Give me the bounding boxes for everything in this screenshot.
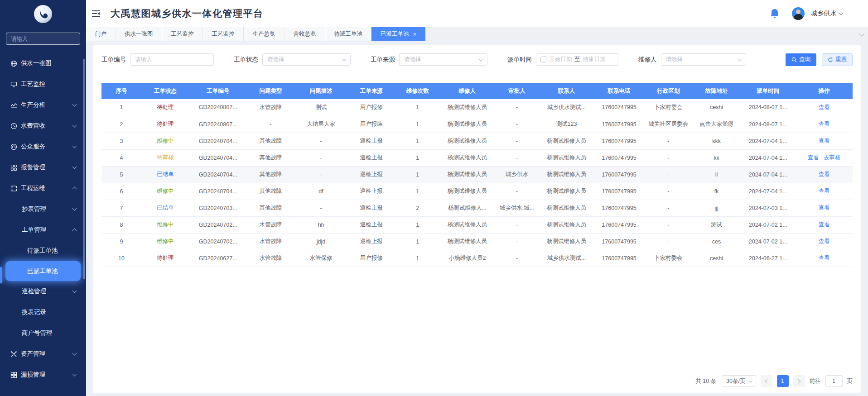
content-card: 工单编号 工单状态 请选择 工单来源 请选择 派单时间 [93, 45, 861, 393]
view-link[interactable]: 查看 [818, 205, 829, 211]
sidebar-item-报警管理[interactable]: 报警管理 [0, 157, 86, 178]
source-label: 工单来源 [371, 56, 395, 64]
top-header: 大禹慧图城乡供水一体化管理平台 城乡供水 [86, 0, 868, 27]
table-cell: 2024-07-04 1... [741, 133, 796, 149]
column-header-故障地址: 故障地址 [692, 83, 740, 99]
table-row: 9维修中GD20240702...水管故障jdjd巡检上报1杨测试维修人员-杨测… [101, 233, 853, 250]
table-cell: GD20240703... [189, 200, 246, 216]
column-header-联系人: 联系人 [539, 83, 594, 99]
user-menu[interactable]: 城乡供水 [811, 10, 843, 18]
sidebar-item-label: 公众服务 [21, 143, 45, 151]
table-cell: 大结局大家 [295, 116, 347, 133]
tab-bar: 门户供水一张图工艺监控工艺监控生产总览营收总览待派工单池已派工单池× [86, 27, 868, 41]
tab-门户[interactable]: 门户 [86, 27, 116, 41]
view-link[interactable]: 查看 [818, 121, 829, 127]
review-link[interactable]: 去审核 [824, 154, 841, 161]
table-cell: 巡检上报 [347, 133, 395, 149]
chevron-down-icon [479, 57, 483, 61]
calendar-icon [540, 57, 546, 62]
goto-page-input[interactable] [825, 375, 843, 387]
tab-待派工单池[interactable]: 待派工单池 [325, 27, 372, 41]
table-cell: 待审核 [141, 149, 189, 166]
order-no-label: 工单编号 [101, 56, 126, 64]
sidebar-item-公众服务[interactable]: 公众服务 [0, 136, 86, 157]
table-cell: 水管故障 [246, 99, 294, 116]
tab-工艺监控[interactable]: 工艺监控 [162, 27, 203, 41]
table-cell: - [295, 200, 347, 216]
table-cell: - [495, 216, 539, 233]
table-cell: 用户报装 [347, 116, 395, 133]
next-page-button[interactable] [793, 375, 805, 387]
tab-close-icon[interactable]: × [413, 31, 417, 37]
reset-button[interactable]: 重置 [822, 53, 853, 66]
sidebar-item-label: 已派工单池 [27, 267, 58, 275]
table-cell: 城乡供水测试... [539, 250, 594, 267]
tab-供水一张图[interactable]: 供水一张图 [116, 27, 162, 41]
user-avatar[interactable] [792, 7, 805, 20]
sidebar-item-水费营收[interactable]: 水费营收 [0, 115, 86, 136]
source-select[interactable]: 请选择 [399, 53, 487, 66]
tab-生产总览[interactable]: 生产总览 [244, 27, 285, 41]
sidebar-item-换表记录[interactable]: 换表记录 [0, 302, 86, 323]
sidebar-item-待派工单池[interactable]: 待派工单池 [0, 240, 86, 261]
page-size-value: 30条/页 [726, 377, 745, 385]
page-size-select[interactable]: 30条/页 [722, 375, 756, 387]
view-link[interactable]: 查看 [818, 255, 829, 261]
date-range-picker[interactable]: 开始日期 至 结束日期 [536, 53, 618, 66]
table-cell: 点击大家觉得 [692, 116, 740, 133]
table-cell-actions: 查看去审核 [796, 149, 853, 166]
view-link[interactable]: 查看 [818, 171, 829, 177]
table-cell: 17600747995 [594, 216, 644, 233]
table-cell: - [295, 166, 347, 183]
filter-status: 工单状态 请选择 [234, 53, 351, 66]
table-row: 4待审核GD20240704...其他故障-巡检上报1杨测试维修人员-杨测试维修… [101, 149, 853, 166]
table-cell: ll [692, 166, 740, 183]
sidebar-item-资产管理[interactable]: 资产管理 [0, 344, 86, 364]
table-cell: GD20240704... [189, 149, 246, 166]
view-link[interactable]: 查看 [818, 238, 829, 244]
table-header-row: 序号工单状态工单编号问题类型问题描述工单来源维修次数维修人审批人联系人联系电话行… [101, 83, 853, 99]
table-row: 3维修中GD20240704...其他故障-巡检上报1杨测试维修人员-杨测试维修… [101, 133, 853, 149]
sidebar-item-工艺监控[interactable]: 工艺监控 [0, 74, 86, 95]
notification-bell-icon[interactable] [770, 9, 779, 19]
sidebar-item-label: 商户号管理 [22, 329, 53, 337]
view-link[interactable]: 查看 [818, 138, 829, 144]
table-cell: 其他故障 [246, 149, 294, 166]
repairer-placeholder: 请选择 [666, 56, 683, 63]
tab-已派工单池[interactable]: 已派工单池× [371, 27, 425, 41]
table-cell: 杨测试维修人员 [440, 149, 495, 166]
sidebar-item-抄表管理[interactable]: 抄表管理 [0, 199, 86, 219]
column-header-操作: 操作 [796, 83, 853, 99]
table-row: 1待处理GD20240807...水管故障测试用户报修1杨测试维修人员-城乡供水… [101, 99, 853, 116]
view-link[interactable]: 查看 [818, 104, 829, 110]
view-link[interactable]: 查看 [818, 188, 829, 194]
search-button[interactable]: 查询 [786, 53, 816, 66]
tab-工艺监控[interactable]: 工艺监控 [203, 27, 244, 41]
sidebar-item-供水一张图[interactable]: 供水一张图 [0, 53, 86, 74]
status-select[interactable]: 请选择 [262, 53, 351, 66]
sidebar-item-工单管理[interactable]: 工单管理 [0, 219, 86, 240]
sidebar-item-商户号管理[interactable]: 商户号管理 [0, 323, 86, 344]
sidebar-item-已派工单池[interactable]: 已派工单池 [5, 261, 81, 281]
order-no-input[interactable] [130, 57, 213, 63]
view-link[interactable]: 查看 [808, 154, 819, 161]
sidebar-scrollbar[interactable] [83, 59, 85, 279]
chevron-down-icon [72, 206, 77, 211]
table-cell: 3 [101, 133, 141, 149]
active-menu-indicator [0, 267, 2, 283]
filter-source: 工单来源 请选择 [371, 53, 487, 66]
page-number-button[interactable]: 1 [777, 375, 789, 387]
repairer-select[interactable]: 请选择 [661, 53, 746, 66]
sidebar-item-巡检管理[interactable]: 巡检管理 [0, 281, 86, 302]
table-cell: 9 [101, 233, 141, 250]
sidebar-item-工程运维[interactable]: 工程运维 [0, 178, 86, 199]
collapse-menu-icon[interactable] [92, 10, 100, 17]
tab-label: 工艺监控 [212, 30, 235, 38]
tab-营收总览[interactable]: 营收总览 [285, 27, 325, 41]
tab-overflow-chevron-icon[interactable] [859, 31, 864, 36]
view-link[interactable]: 查看 [818, 221, 829, 228]
sidebar-item-漏损管理[interactable]: 漏损管理 [0, 364, 86, 385]
sidebar-item-生产分析[interactable]: 生产分析 [0, 95, 86, 115]
sidebar-search-input[interactable] [6, 33, 80, 45]
prev-page-button[interactable] [761, 375, 772, 387]
